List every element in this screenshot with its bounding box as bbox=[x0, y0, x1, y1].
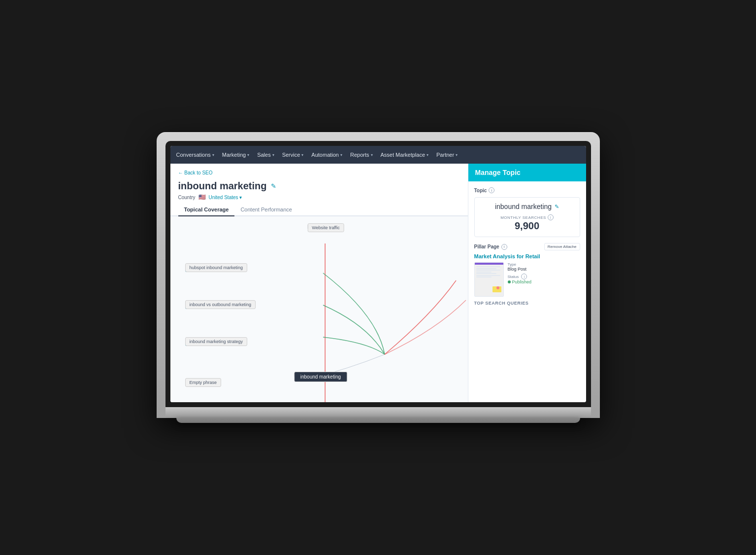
thumb-line bbox=[476, 272, 492, 273]
page-title-row: inbound marketing ✎ bbox=[170, 178, 468, 193]
country-label: Country bbox=[178, 195, 196, 200]
navbar: Conversations ▾ Marketing ▾ Sales ▾ Serv… bbox=[170, 146, 586, 164]
pillar-info-icon[interactable]: i bbox=[501, 244, 507, 250]
topic-info-icon[interactable]: i bbox=[489, 187, 494, 193]
topic-edit-icon[interactable]: ✎ bbox=[555, 204, 559, 210]
laptop-foot bbox=[176, 418, 580, 423]
graph-area: Website traffic INBOUND hubspot inbound … bbox=[170, 216, 468, 402]
pillar-thumbnail bbox=[474, 262, 504, 297]
country-row: Country 🇺🇸 United States ▾ bbox=[170, 193, 468, 204]
breadcrumb-link[interactable]: Back to SEO bbox=[178, 170, 213, 175]
type-meta-row: Type Blog Post bbox=[508, 262, 580, 272]
nav-item-sales[interactable]: Sales ▾ bbox=[257, 152, 274, 158]
tabs-row: Topical Coverage Content Performance bbox=[170, 204, 468, 216]
flag-icon: 🇺🇸 bbox=[198, 194, 206, 201]
laptop-wrapper: Conversations ▾ Marketing ▾ Sales ▾ Serv… bbox=[157, 132, 600, 423]
right-panel-body: Topic i inbound marketing ✎ MONTHLY SEAR… bbox=[468, 181, 586, 402]
main-area: Back to SEO inbound marketing ✎ Country … bbox=[170, 164, 586, 402]
nav-item-reports[interactable]: Reports ▾ bbox=[350, 152, 373, 158]
country-link[interactable]: United States ▾ bbox=[209, 195, 242, 200]
monthly-searches-value: 9,900 bbox=[480, 220, 575, 232]
nav-item-asset-marketplace[interactable]: Asset Marketplace ▾ bbox=[381, 152, 428, 158]
breadcrumb-bar: Back to SEO bbox=[170, 164, 468, 178]
type-label: Type bbox=[508, 262, 580, 267]
status-info-icon[interactable]: i bbox=[521, 274, 527, 279]
nav-item-conversations[interactable]: Conversations ▾ bbox=[176, 152, 214, 158]
thumb-line bbox=[476, 277, 492, 278]
topic-card: inbound marketing ✎ MONTHLY SEARCHES i 9… bbox=[474, 197, 580, 237]
nav-item-automation[interactable]: Automation ▾ bbox=[311, 152, 342, 158]
chevron-icon: ▾ bbox=[427, 153, 428, 157]
chevron-icon: ▾ bbox=[212, 153, 214, 157]
chevron-icon: ▾ bbox=[371, 153, 373, 157]
thumb-line bbox=[476, 266, 500, 267]
edit-icon[interactable]: ✎ bbox=[271, 182, 276, 190]
main-topic-node: inbound marketing Market Analysis for Re… bbox=[294, 372, 344, 378]
inbound-vs-node: inbound vs outbound marketing Attach con… bbox=[185, 300, 232, 309]
monthly-searches-info-icon[interactable]: i bbox=[548, 214, 554, 220]
top-search-queries-label: TOP SEARCH QUERIES bbox=[474, 301, 580, 306]
remove-attach-button[interactable]: Remove Attache bbox=[544, 243, 580, 250]
monthly-searches-label: MONTHLY SEARCHES i bbox=[480, 214, 575, 220]
screen-content: Conversations ▾ Marketing ▾ Sales ▾ Serv… bbox=[170, 146, 586, 402]
chevron-icon: ▾ bbox=[340, 153, 342, 157]
chevron-icon: ▾ bbox=[272, 153, 274, 157]
thumb-line bbox=[476, 270, 500, 271]
screen-bezel: Conversations ▾ Marketing ▾ Sales ▾ Serv… bbox=[165, 141, 591, 407]
status-label: Status i bbox=[508, 274, 580, 279]
website-traffic-node: Website traffic bbox=[307, 223, 344, 232]
pillar-section: Pillar Page i Remove Attache Market Anal… bbox=[474, 243, 580, 297]
right-panel-header: Manage Topic bbox=[468, 164, 586, 181]
laptop-base bbox=[165, 407, 591, 418]
pillar-meta: Type Blog Post Status i bbox=[508, 262, 580, 297]
topic-section-label: Topic i bbox=[474, 187, 580, 193]
chevron-icon: ▾ bbox=[301, 153, 303, 157]
pillar-thumb-red-dot bbox=[496, 286, 499, 289]
laptop-body: Conversations ▾ Marketing ▾ Sales ▾ Serv… bbox=[157, 132, 600, 418]
pillar-thumb-bar bbox=[475, 263, 503, 265]
tab-content-performance[interactable]: Content Performance bbox=[234, 204, 298, 216]
chevron-icon: ▾ bbox=[456, 153, 458, 157]
status-published: Published bbox=[508, 279, 580, 284]
right-panel: Manage Topic Topic i inbound marketing bbox=[468, 164, 586, 402]
thumb-line bbox=[476, 273, 497, 274]
nav-item-service[interactable]: Service ▾ bbox=[282, 152, 304, 158]
status-dot bbox=[508, 280, 511, 283]
thumb-line bbox=[476, 268, 497, 269]
hubspot-node: hubspot inbound marketing Attach content… bbox=[185, 263, 232, 272]
tab-topical-coverage[interactable]: Topical Coverage bbox=[178, 204, 235, 216]
graph-container: Website traffic INBOUND hubspot inbound … bbox=[170, 216, 468, 402]
thumb-line bbox=[476, 275, 500, 276]
pillar-section-label: Pillar Page i bbox=[474, 244, 507, 250]
pillar-card-preview: Type Blog Post Status i bbox=[474, 262, 580, 297]
topic-card-name: inbound marketing ✎ bbox=[480, 203, 575, 210]
manage-topic-title: Manage Topic bbox=[475, 169, 579, 176]
status-meta-row: Status i Published bbox=[508, 274, 580, 284]
pillar-card-title[interactable]: Market Analysis for Retail bbox=[474, 253, 580, 259]
nav-item-marketing[interactable]: Marketing ▾ bbox=[222, 152, 249, 158]
type-value: Blog Post bbox=[508, 267, 580, 272]
page-title: inbound marketing bbox=[178, 180, 267, 192]
chevron-down-icon: ▾ bbox=[239, 195, 242, 200]
left-panel: Back to SEO inbound marketing ✎ Country … bbox=[170, 164, 468, 402]
pillar-thumb-lines bbox=[475, 265, 503, 279]
nav-item-partner[interactable]: Partner ▾ bbox=[436, 152, 458, 158]
chevron-icon: ▾ bbox=[247, 153, 249, 157]
inbound-strategy-node: inbound marketing strategy Attach conten… bbox=[185, 337, 232, 346]
pillar-header: Pillar Page i Remove Attache bbox=[474, 243, 580, 250]
